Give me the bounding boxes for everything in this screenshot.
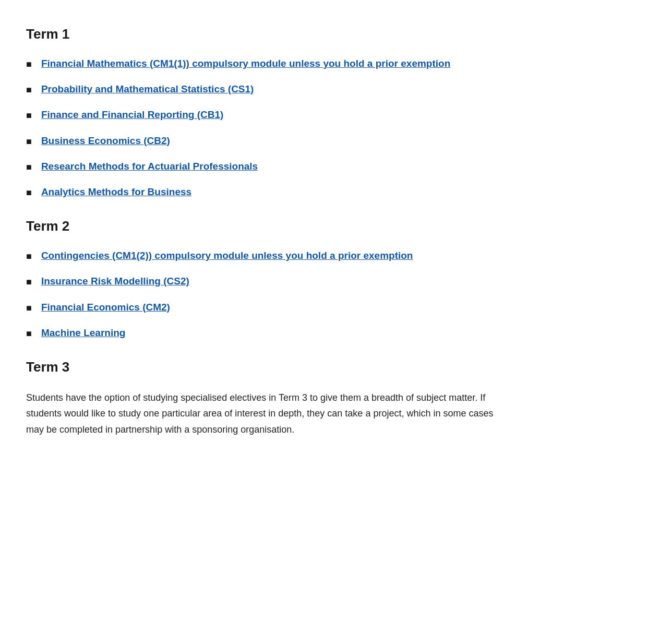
list-item: ■Finance and Financial Reporting (CB1) xyxy=(26,108,646,122)
term3-description: Students have the option of studying spe… xyxy=(26,390,496,438)
term2-module-link-4[interactable]: Machine Learning xyxy=(41,326,126,340)
term3-section: Term 3 Students have the option of study… xyxy=(26,359,646,438)
term2-module-link-2[interactable]: Insurance Risk Modelling (CS2) xyxy=(41,275,189,289)
bullet-icon: ■ xyxy=(26,186,32,199)
bullet-icon: ■ xyxy=(26,84,32,97)
list-item: ■Insurance Risk Modelling (CS2) xyxy=(26,275,646,289)
bullet-icon: ■ xyxy=(26,161,32,174)
list-item: ■Analytics Methods for Business xyxy=(26,185,646,199)
list-item: ■Research Methods for Actuarial Professi… xyxy=(26,160,646,174)
bullet-icon: ■ xyxy=(26,276,32,289)
list-item: ■Probability and Mathematical Statistics… xyxy=(26,82,646,97)
term1-module-link-3[interactable]: Finance and Financial Reporting (CB1) xyxy=(41,108,223,122)
list-item: ■Financial Mathematics (CM1(1)) compulso… xyxy=(26,57,646,71)
term1-module-list: ■Financial Mathematics (CM1(1)) compulso… xyxy=(26,57,646,199)
bullet-icon: ■ xyxy=(26,109,32,122)
bullet-icon: ■ xyxy=(26,250,32,263)
term1-module-link-4[interactable]: Business Economics (CB2) xyxy=(41,134,170,148)
list-item: ■Contingencies (CM1(2)) compulsory modul… xyxy=(26,249,646,263)
term1-section: Term 1 ■Financial Mathematics (CM1(1)) c… xyxy=(26,26,646,199)
term2-section: Term 2 ■Contingencies (CM1(2)) compulsor… xyxy=(26,218,646,340)
bullet-icon: ■ xyxy=(26,302,32,315)
list-item: ■Machine Learning xyxy=(26,326,646,340)
term1-heading: Term 1 xyxy=(26,26,646,42)
bullet-icon: ■ xyxy=(26,327,32,340)
term3-heading: Term 3 xyxy=(26,359,646,375)
term1-module-link-6[interactable]: Analytics Methods for Business xyxy=(41,185,191,199)
bullet-icon: ■ xyxy=(26,135,32,148)
list-item: ■Financial Economics (CM2) xyxy=(26,301,646,315)
list-item: ■Business Economics (CB2) xyxy=(26,134,646,148)
term2-heading: Term 2 xyxy=(26,218,646,234)
term2-module-list: ■Contingencies (CM1(2)) compulsory modul… xyxy=(26,249,646,340)
term1-module-link-1[interactable]: Financial Mathematics (CM1(1)) compulsor… xyxy=(41,57,450,71)
term1-module-link-2[interactable]: Probability and Mathematical Statistics … xyxy=(41,82,254,97)
term1-module-link-5[interactable]: Research Methods for Actuarial Professio… xyxy=(41,160,258,174)
bullet-icon: ■ xyxy=(26,58,32,71)
term2-module-link-1[interactable]: Contingencies (CM1(2)) compulsory module… xyxy=(41,249,413,263)
term2-module-link-3[interactable]: Financial Economics (CM2) xyxy=(41,301,170,315)
